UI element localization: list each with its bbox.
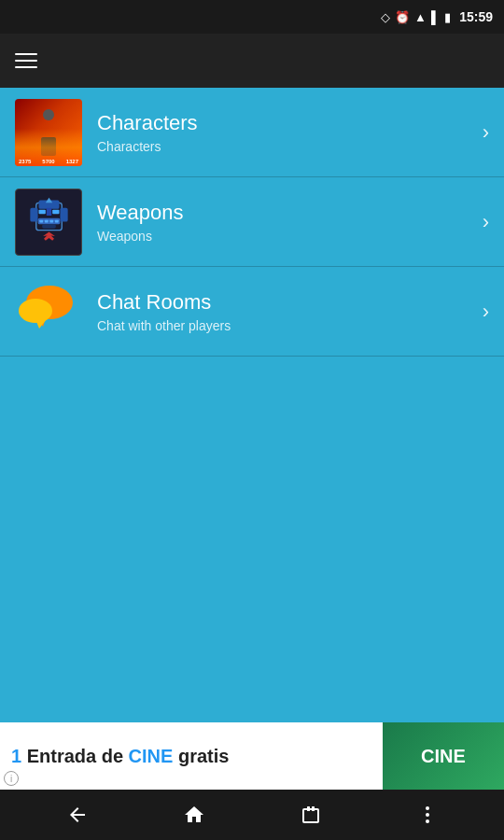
status-icons: ◇ ⏰ ▲ ▌ ▮ 15:59: [381, 9, 493, 24]
weapons-chevron: ›: [483, 210, 489, 234]
char-head: [43, 109, 54, 120]
chat-rooms-chevron: ›: [483, 300, 489, 324]
characters-icon-inner: 2375 5700 1327: [15, 99, 82, 166]
svg-rect-18: [312, 806, 315, 811]
svg-rect-11: [42, 224, 56, 229]
bottom-nav: [0, 790, 504, 840]
dot-1: [426, 806, 429, 810]
svg-rect-9: [49, 220, 53, 223]
hamburger-line-2: [15, 60, 37, 62]
stat-1: 2375: [19, 159, 31, 164]
ad-banner[interactable]: i 1 Entrada de CINE gratis CINE: [0, 722, 504, 790]
dot-2: [426, 813, 429, 817]
back-arrow-icon: [66, 804, 89, 826]
svg-rect-17: [307, 806, 310, 811]
ad-number: 1: [11, 746, 27, 766]
weapons-subtitle: Weapons: [97, 229, 483, 244]
chat-bubble-secondary: [19, 299, 52, 323]
back-button[interactable]: [54, 796, 101, 833]
alarm-icon: ⏰: [395, 10, 410, 24]
recents-button[interactable]: [287, 796, 334, 833]
svg-rect-12: [30, 208, 37, 222]
weapons-title: Weapons: [97, 201, 483, 225]
ad-image: CINE: [383, 722, 504, 790]
more-dots-icon: [426, 806, 429, 823]
svg-rect-10: [54, 220, 58, 223]
chat-rooms-subtitle: Chat with other players: [97, 318, 483, 333]
home-icon: [183, 804, 205, 826]
svg-rect-5: [46, 208, 51, 216]
dot-3: [426, 819, 429, 823]
characters-title: Characters: [97, 111, 483, 135]
menu-item-characters[interactable]: 2375 5700 1327 Characters Characters ›: [0, 88, 504, 177]
svg-rect-16: [303, 809, 318, 822]
svg-rect-8: [44, 220, 48, 223]
battery-icon: ▮: [444, 10, 451, 24]
characters-icon: 2375 5700 1327: [15, 99, 82, 166]
ad-info-icon[interactable]: i: [4, 771, 19, 786]
stat-2: 5700: [42, 159, 54, 164]
svg-rect-13: [60, 208, 67, 222]
toolbar: [0, 34, 504, 88]
ad-text-area: 1 Entrada de CINE gratis: [0, 738, 383, 775]
characters-text: Characters Characters: [97, 111, 483, 154]
hamburger-line-1: [15, 53, 37, 55]
menu-item-weapons[interactable]: Weapons Weapons ›: [0, 177, 504, 267]
more-button[interactable]: [404, 796, 451, 833]
card-stats: 2375 5700 1327: [17, 159, 80, 164]
stat-3: 1327: [66, 159, 78, 164]
home-button[interactable]: [171, 796, 217, 833]
chat-rooms-text: Chat Rooms Chat with other players: [97, 290, 483, 333]
ad-cine-word: CINE: [129, 746, 174, 766]
wifi-icon: ▲: [414, 10, 427, 24]
svg-rect-7: [39, 220, 43, 223]
characters-chevron: ›: [483, 120, 489, 145]
svg-marker-2: [45, 198, 51, 203]
autobot-svg: [23, 196, 75, 247]
signal-icon: ▌: [431, 10, 440, 24]
recents-icon: [300, 804, 322, 826]
ad-image-text: CINE: [421, 745, 466, 767]
svg-rect-3: [38, 210, 45, 215]
ad-main-text: 1 Entrada de CINE gratis: [11, 746, 371, 767]
weapons-text: Weapons Weapons: [97, 201, 483, 244]
chat-icon: [15, 278, 82, 345]
status-bar: ◇ ⏰ ▲ ▌ ▮ 15:59: [0, 0, 504, 34]
menu-item-chat-rooms[interactable]: Chat Rooms Chat with other players ›: [0, 267, 504, 357]
status-time: 15:59: [459, 9, 493, 24]
menu-button[interactable]: [15, 53, 37, 68]
weapons-icon: [15, 189, 82, 256]
hamburger-line-3: [15, 66, 37, 68]
svg-rect-4: [52, 210, 59, 215]
main-content: 2375 5700 1327 Characters Characters ›: [0, 88, 504, 357]
characters-subtitle: Characters: [97, 139, 483, 154]
sim-icon: ◇: [381, 10, 390, 24]
chat-rooms-title: Chat Rooms: [97, 290, 483, 315]
chat-bubble-container: [19, 286, 79, 337]
